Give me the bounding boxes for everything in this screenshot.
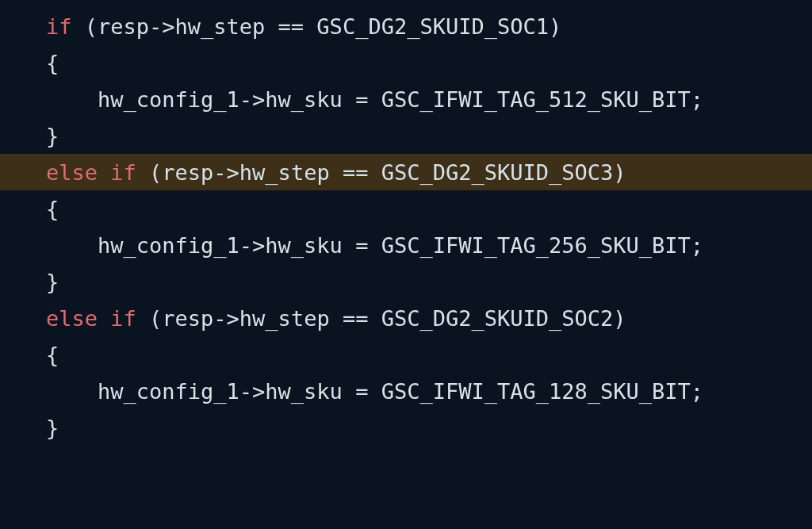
- keyword: if: [110, 306, 136, 331]
- code-line[interactable]: hw_config_1->hw_sku = GSC_IFWI_TAG_256_S…: [0, 227, 812, 263]
- code-text: hw_config_1->hw_sku = GSC_IFWI_TAG_128_S…: [46, 379, 703, 404]
- code-text: }: [46, 416, 59, 440]
- code-token: (resp->hw_step == GSC_DG2_SKUID_SOC2): [136, 306, 626, 331]
- code-line[interactable]: if (resp->hw_step == GSC_DG2_SKUID_SOC1): [0, 8, 812, 44]
- code-line[interactable]: else if (resp->hw_step == GSC_DG2_SKUID_…: [0, 154, 812, 190]
- keyword: else: [46, 160, 98, 185]
- code-text: hw_config_1->hw_sku = GSC_IFWI_TAG_512_S…: [46, 87, 703, 112]
- keyword: if: [46, 14, 72, 39]
- code-line[interactable]: hw_config_1->hw_sku = GSC_IFWI_TAG_512_S…: [0, 81, 812, 117]
- code-line[interactable]: else if (resp->hw_step == GSC_DG2_SKUID_…: [0, 300, 812, 336]
- code-line[interactable]: {: [0, 44, 812, 81]
- code-line[interactable]: {: [0, 336, 812, 373]
- code-line[interactable]: }: [0, 409, 812, 446]
- code-text: {: [46, 343, 59, 367]
- code-text: }: [46, 270, 59, 294]
- code-editor[interactable]: if (resp->hw_step == GSC_DG2_SKUID_SOC1)…: [0, 0, 812, 446]
- code-text: {: [46, 51, 59, 75]
- code-line[interactable]: {: [0, 190, 812, 227]
- keyword: else: [46, 306, 98, 331]
- code-token: [98, 306, 110, 331]
- code-token: [98, 160, 110, 185]
- keyword: if: [110, 160, 136, 185]
- code-text: }: [46, 124, 59, 148]
- code-line[interactable]: }: [0, 263, 812, 300]
- code-line[interactable]: }: [0, 117, 812, 154]
- code-line[interactable]: hw_config_1->hw_sku = GSC_IFWI_TAG_128_S…: [0, 373, 812, 409]
- code-text: {: [46, 197, 59, 221]
- code-token: (resp->hw_step == GSC_DG2_SKUID_SOC1): [72, 14, 562, 39]
- code-token: (resp->hw_step == GSC_DG2_SKUID_SOC3): [136, 160, 626, 185]
- code-text: hw_config_1->hw_sku = GSC_IFWI_TAG_256_S…: [46, 233, 703, 258]
